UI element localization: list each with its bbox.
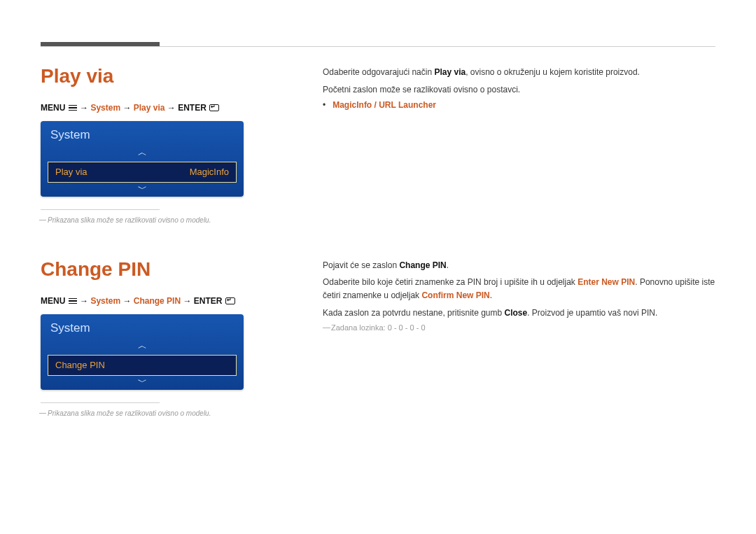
text: Kada zaslon za potvrdu nestane, pritisni… [323, 308, 505, 318]
divider [41, 209, 160, 210]
text: Odaberite odgovarajući način [323, 67, 434, 77]
bold-term: Change PIN [399, 260, 446, 270]
arrow-icon: → [80, 296, 88, 306]
text: . [490, 290, 492, 300]
menu-icon [69, 298, 77, 304]
bc-system: System [90, 103, 120, 113]
bc-system: System [90, 296, 120, 306]
arrow-icon: → [80, 103, 88, 113]
chevron-down-icon[interactable]: ﹀ [41, 377, 244, 390]
osd-row-label: Change PIN [55, 360, 105, 370]
osd-row-value: MagicInfo [190, 167, 229, 177]
r-line-2: Odaberite bilo koje četiri znamenke za P… [323, 276, 715, 302]
rule-line [41, 46, 715, 47]
option-value: MagicInfo / URL Launcher [332, 100, 436, 110]
bc-changepin: Change PIN [134, 296, 181, 306]
enter-icon [209, 104, 219, 111]
bold-term: Close [505, 308, 528, 318]
osd-row-changepin[interactable]: Change PIN [48, 355, 237, 376]
osd-title: System [41, 121, 244, 148]
footnote: Prikazana slika može se razlikovati ovis… [41, 216, 289, 225]
osd-title: System [41, 314, 244, 341]
section-play-via: Play via MENU → System → Play via → ENTE… [41, 66, 715, 225]
chevron-up-icon[interactable]: ︿ [41, 341, 244, 353]
arrow-icon: → [167, 103, 176, 113]
r-line-1: Pojavit će se zaslon Change PIN. [323, 259, 715, 272]
section-change-pin: Change PIN MENU → System → Change PIN → … [41, 259, 715, 419]
arrow-icon: → [122, 103, 131, 113]
arrow-icon: → [122, 296, 131, 306]
orange-term: Confirm New PIN [421, 290, 489, 300]
text: Odaberite bilo koje četiri znamenke za P… [323, 277, 578, 287]
divider [41, 402, 160, 403]
text: . Proizvod je upamtio vaš novi PIN. [527, 308, 657, 318]
right-column: Odaberite odgovarajući način Play via, o… [323, 66, 715, 225]
osd-panel: System ︿ Play via MagicInfo ﹀ [41, 121, 244, 197]
default-password-note: Zadana lozinka: 0 - 0 - 0 - 0 [323, 323, 715, 332]
desc-line-2: Početni zaslon može se razlikovati ovisn… [323, 83, 715, 97]
bc-playvia: Play via [134, 103, 165, 113]
text: . [447, 260, 449, 270]
bc-menu: MENU [41, 296, 65, 306]
bullet-icon: • [323, 100, 326, 110]
breadcrumb: MENU → System → Play via → ENTER [41, 103, 289, 113]
section-title: Play via [41, 66, 289, 87]
text: , ovisno o okruženju u kojem koristite p… [465, 67, 640, 77]
chevron-down-icon[interactable]: ﹀ [41, 184, 244, 197]
osd-row-label: Play via [55, 167, 88, 177]
top-rule [41, 42, 715, 50]
desc-line-1: Odaberite odgovarajući način Play via, o… [323, 66, 715, 79]
bold-term: Play via [434, 67, 465, 77]
r-line-3: Kada zaslon za potvrdu nestane, pritisni… [323, 307, 715, 320]
menu-icon [69, 105, 77, 111]
rule-accent [41, 42, 160, 46]
option-bullet: • MagicInfo / URL Launcher [323, 100, 715, 110]
section-title: Change PIN [41, 259, 289, 281]
right-column: Pojavit će se zaslon Change PIN. Odaberi… [323, 259, 715, 419]
orange-term: Enter New PIN [578, 277, 635, 287]
bc-menu: MENU [41, 103, 65, 113]
bc-enter: ENTER [178, 103, 206, 113]
left-column: Play via MENU → System → Play via → ENTE… [41, 66, 289, 225]
bc-enter: ENTER [194, 296, 223, 306]
breadcrumb: MENU → System → Change PIN → ENTER [41, 296, 289, 306]
chevron-up-icon[interactable]: ︿ [41, 148, 244, 160]
left-column: Change PIN MENU → System → Change PIN → … [41, 259, 289, 419]
page: Play via MENU → System → Play via → ENTE… [0, 0, 756, 447]
footnote: Prikazana slika može se razlikovati ovis… [41, 409, 289, 419]
arrow-icon: → [183, 296, 191, 306]
osd-row-playvia[interactable]: Play via MagicInfo [48, 162, 237, 183]
enter-icon [225, 297, 235, 304]
osd-panel: System ︿ Change PIN ﹀ [41, 314, 244, 390]
text: Pojavit će se zaslon [323, 260, 399, 270]
